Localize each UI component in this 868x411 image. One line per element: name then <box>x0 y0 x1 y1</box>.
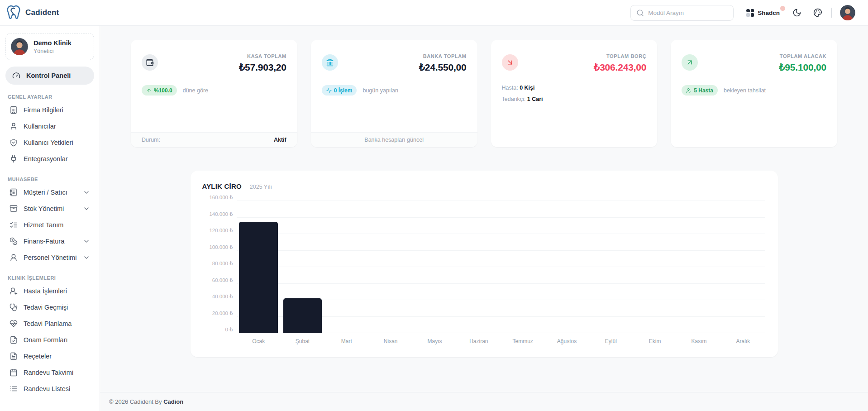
sidebar-item-tedavi-planlama[interactable]: Tedavi Planlama <box>5 315 94 332</box>
y-axis-tick: 60.000 ₺ <box>212 277 233 283</box>
y-axis-tick: 20.000 ₺ <box>212 310 233 316</box>
sidebar-item-entegrasyonlar[interactable]: Entegrasyonlar <box>5 151 94 167</box>
y-axis-tick: 140.000 ₺ <box>209 211 233 217</box>
sidebar-item-label: Hasta İşlemleri <box>24 287 67 295</box>
badge-note: bekleyen tahsilat <box>724 87 766 94</box>
sidebar-item-label: Tedavi Geçmişi <box>24 304 68 311</box>
bank-icon <box>326 58 334 67</box>
theme-palette-button[interactable] <box>813 8 822 17</box>
gridline <box>237 267 765 267</box>
sidebar-section-title-muhasebe: Muhasebe <box>8 177 92 182</box>
notebook-icon <box>10 188 18 196</box>
y-axis-tick: 100.000 ₺ <box>209 244 233 250</box>
sidebar-section-title-klinik-i-slemleri: Klinik İşlemleri <box>8 275 92 281</box>
sidebar-item-label: Randevu Takvimi <box>24 369 73 376</box>
bar-subat <box>283 298 322 333</box>
stethoscope-icon <box>10 303 18 311</box>
sidebar-item-hasta-i-slemleri[interactable]: Hasta İşlemleri <box>5 283 94 299</box>
sidebar-item-musteri-satici[interactable]: Müşteri / Satıcı <box>5 184 94 201</box>
top-bar: Cadident Shadcn <box>0 0 868 26</box>
kasa-icon-circle <box>142 54 158 71</box>
archive-icon <box>10 205 18 213</box>
sidebar-item-label: Randevu Listesi <box>24 385 70 392</box>
alacak-icon-circle <box>682 54 698 71</box>
brand-logo[interactable]: Cadident <box>5 5 59 21</box>
sidebar-item-randevu-listesi[interactable]: Randevu Listesi <box>5 381 94 397</box>
page-footer: © 2026 Cadident By Cadion <box>100 392 868 411</box>
patients-badge: 5 Hasta <box>682 85 718 96</box>
arrow-up-icon <box>146 88 152 93</box>
summary-card-alacak: TOPLAM ALACAK ₺95.100,00 5 Hasta bekleye… <box>671 40 837 147</box>
sidebar-item-label: Finans-Fatura <box>24 238 64 245</box>
gridline <box>237 234 765 234</box>
summary-card-kasa: KASA TOPLAM ₺57.903,20 %100.0 düne göre … <box>131 40 297 147</box>
sidebar-item-kullanici-yetkileri[interactable]: Kullanıcı Yetkileri <box>5 134 94 151</box>
arrow-up-right-icon <box>686 58 694 67</box>
status-label: Durum: <box>142 137 160 143</box>
header-divider <box>831 8 832 18</box>
transactions-badge: 0 İşlem <box>322 85 357 96</box>
sidebar-section-title-genel-ayarlar: Genel Ayarlar <box>8 94 92 100</box>
y-axis-tick: 120.000 ₺ <box>209 227 233 234</box>
borc-icon-circle <box>502 54 518 71</box>
banka-icon-circle <box>322 54 338 71</box>
user-icon <box>10 122 18 130</box>
card-value: ₺95.100,00 <box>779 62 826 73</box>
clinic-role: Yönetici <box>33 48 72 54</box>
user-avatar[interactable] <box>840 5 855 20</box>
summary-card-borc: TOPLAM BORÇ ₺306.243,00 Hasta: 0 Kişi Te… <box>491 40 658 147</box>
chart-plot <box>237 201 765 333</box>
palette-icon <box>813 8 822 17</box>
chart-title: AYLIK CİRO <box>202 182 242 190</box>
search-input[interactable] <box>648 10 728 16</box>
sidebar-item-label: Onam Formları <box>24 336 68 344</box>
y-axis: 160.000 ₺140.000 ₺120.000 ₺100.000 ₺80.0… <box>201 201 237 333</box>
x-axis-label-eylul: Eylül <box>589 338 633 344</box>
chart-subtitle: 2025 Yılı <box>250 184 272 190</box>
shield-check-icon <box>10 139 18 147</box>
wallet-icon <box>146 58 154 67</box>
sidebar-item-label: Kullanıcılar <box>24 123 56 130</box>
heart-pulse-icon <box>10 320 18 328</box>
module-search <box>630 5 734 21</box>
coins-icon <box>10 237 18 245</box>
x-axis-label-temmuz: Temmuz <box>501 338 545 344</box>
clinic-user-card[interactable]: Demo Klinik Yönetici <box>5 33 94 60</box>
dark-mode-toggle[interactable] <box>792 8 801 17</box>
chevron-down-icon <box>83 189 90 196</box>
brand-name: Cadident <box>25 8 59 17</box>
sidebar-item-stok-yonetimi[interactable]: Stok Yönetimi <box>5 201 94 217</box>
card-value: ₺57.903,20 <box>239 62 286 73</box>
moon-icon <box>792 8 801 17</box>
clinic-name: Demo Klinik <box>33 39 72 47</box>
sidebar-item-onam-formlari[interactable]: Onam Formları <box>5 332 94 348</box>
sidebar-item-firma-bilgileri[interactable]: Firma Bilgileri <box>5 102 94 118</box>
list-checks-icon <box>10 221 18 229</box>
x-axis-label-subat: Şubat <box>281 338 324 344</box>
sidebar-item-kontrol-paneli[interactable]: Kontrol Paneli <box>5 67 94 85</box>
sidebar-item-label: Tedavi Planlama <box>24 320 72 327</box>
sidebar-item-hizmet-tanim[interactable]: Hizmet Tanım <box>5 217 94 233</box>
x-axis-label-ekim: Ekim <box>633 338 677 344</box>
search-icon <box>636 9 644 17</box>
y-axis-tick: 0 ₺ <box>225 326 233 333</box>
sidebar-item-label: Hizmet Tanım <box>24 221 63 229</box>
clinic-avatar <box>11 38 28 55</box>
plug-icon <box>10 155 18 163</box>
sidebar-nav: Genel AyarlarFirma BilgileriKullanıcılar… <box>5 94 94 397</box>
sidebar-item-randevu-takvimi[interactable]: Randevu Takvimi <box>5 364 94 381</box>
shadcn-theme-button[interactable]: Shadcn <box>745 7 781 19</box>
chevron-down-icon <box>83 205 90 212</box>
x-axis-label-ocak: Ocak <box>237 338 281 344</box>
summary-cards-row: KASA TOPLAM ₺57.903,20 %100.0 düne göre … <box>100 26 868 147</box>
sidebar-item-kullanicilar[interactable]: Kullanıcılar <box>5 118 94 134</box>
sidebar-item-tedavi-gecmisi[interactable]: Tedavi Geçmişi <box>5 299 94 315</box>
sidebar-item-personel-yonetimi[interactable]: Personel Yönetimi <box>5 249 94 266</box>
percent-badge: %100.0 <box>142 85 177 96</box>
chevron-down-icon <box>83 238 90 245</box>
user-badge-icon <box>686 88 692 93</box>
x-axis-label-mayis: Mayıs <box>413 338 457 344</box>
user-plus-icon <box>10 287 18 295</box>
sidebar-item-finans-fatura[interactable]: Finans-Fatura <box>5 233 94 249</box>
sidebar-item-receteler[interactable]: Reçeteler <box>5 348 94 364</box>
